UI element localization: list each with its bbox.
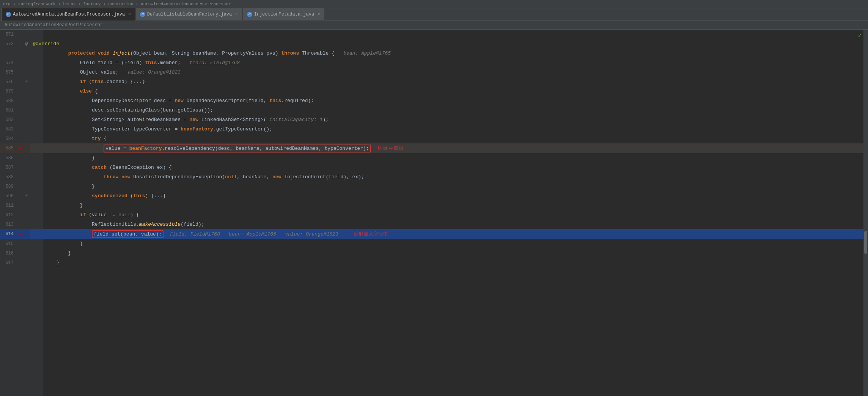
line-row: 581 desc.setContainingClass(bean.getClas…	[0, 105, 868, 115]
line-fold-cell: @	[24, 39, 30, 49]
line-marker-cell	[16, 68, 24, 77]
line-code: if (value != null) {	[30, 210, 868, 220]
checkmark-indicator: ✓	[858, 31, 862, 39]
line-marker-cell	[16, 86, 24, 96]
line-code: }	[30, 182, 868, 191]
line-row: 590 + synchronized (this) {...}	[0, 191, 868, 201]
line-num-cell: 583	[0, 124, 16, 134]
line-marker-cell	[16, 191, 24, 201]
line-marker-cell	[16, 105, 24, 115]
line-code: }	[30, 248, 868, 258]
line-marker-cell	[16, 248, 24, 258]
tab-injection[interactable]: C InjectionMetadata.java ×	[243, 8, 324, 20]
line-row: protected void inject(Object bean, Strin…	[0, 49, 868, 58]
line-code: try {	[30, 134, 868, 143]
line-num-cell: 575	[0, 68, 16, 77]
line-marker-cell	[16, 30, 24, 39]
line-fold-cell	[24, 115, 30, 124]
tab-bar: org › springframework › beans › factory …	[0, 0, 868, 20]
line-code: synchronized (this) {...}	[30, 191, 868, 201]
line-row: 586 }	[0, 153, 868, 163]
line-fold-cell: +	[24, 191, 30, 201]
close-icon[interactable]: ×	[128, 12, 131, 17]
line-num-cell: 576	[0, 77, 16, 86]
line-code: field.set(bean, value); field: Field@176…	[30, 229, 868, 239]
line-marker-cell	[16, 96, 24, 105]
line-code: Field field = (Field) this.member; field…	[30, 58, 868, 68]
line-row: 615 }	[0, 239, 868, 248]
line-row: 611 }	[0, 201, 868, 210]
line-row: 616 }	[0, 248, 868, 258]
tab-icon3: C	[247, 12, 252, 17]
line-num-cell: 613	[0, 220, 16, 229]
line-marker-cell	[16, 134, 24, 143]
line-fold-cell	[24, 58, 30, 68]
line-code: TypeConverter typeConverter = beanFactor…	[30, 124, 868, 134]
line-marker-cell	[16, 58, 24, 68]
breadcrumb-bar: AutowiredAnnotationBeanPostProcessor	[0, 20, 868, 30]
line-code: }	[30, 153, 868, 163]
line-num-cell: 579	[0, 86, 16, 96]
line-fold-cell	[24, 105, 30, 115]
line-num-cell: 615	[0, 239, 16, 248]
tab-icon2: C	[140, 12, 145, 17]
line-fold-cell: +	[24, 77, 30, 86]
line-code: }	[30, 258, 868, 267]
annotation-below: 反射放入字段中	[354, 231, 388, 237]
line-row: 573 ⬆ @ @Override	[0, 39, 868, 49]
line-num-cell: 588	[0, 172, 16, 182]
line-marker-cell	[16, 163, 24, 172]
breadcrumb-nav: org › springframework › beans › factory …	[3, 2, 231, 6]
line-code: throw new UnsatisfiedDependencyException…	[30, 172, 868, 182]
line-row: 588 throw new UnsatisfiedDependencyExcep…	[0, 172, 868, 182]
line-num-cell: 612	[0, 210, 16, 220]
annotation-right: 从 bf 中取出	[377, 145, 404, 151]
line-row: 576 + if (this.cached) {...}	[0, 77, 868, 86]
line-row: 617 }	[0, 258, 868, 267]
line-fold-cell	[24, 239, 30, 248]
line-fold-cell	[24, 172, 30, 182]
line-fold-cell	[24, 124, 30, 134]
line-fold-cell	[24, 86, 30, 96]
line-row: 584 try {	[0, 134, 868, 143]
close-icon3[interactable]: ×	[318, 12, 320, 17]
line-num-cell: 573	[0, 39, 16, 49]
debug-values: field: Field@1768 bean: Apple@1765 value…	[164, 231, 338, 237]
line-code: }	[30, 239, 868, 248]
line-marker-cell: ●	[16, 143, 24, 153]
line-code: @Override	[30, 39, 868, 49]
close-icon2[interactable]: ×	[235, 12, 238, 17]
line-code: value = beanFactory.resolveDependency(de…	[30, 143, 868, 153]
line-num-cell: 590	[0, 191, 16, 201]
tab-defaultlistable[interactable]: C DefaultListableBeanFactory.java ×	[136, 8, 242, 20]
line-code: Set<String> autowiredBeanNames = new Lin…	[30, 115, 868, 124]
line-row: 579 else {	[0, 86, 868, 96]
scrollbar-thumb[interactable]	[864, 231, 867, 254]
code-panel[interactable]: ✓ 571 573 ⬆ @ @Override	[0, 30, 868, 396]
line-num-cell: 584	[0, 134, 16, 143]
line-fold-cell	[24, 201, 30, 210]
tab-icon: C	[6, 12, 11, 17]
line-num-cell: 574	[0, 58, 16, 68]
tab-autowired[interactable]: C AutowiredAnnotationBeanPostProcessor.j…	[2, 8, 135, 20]
line-code: if (this.cached) {...}	[30, 77, 868, 86]
line-code: else {	[30, 86, 868, 96]
line-code: ReflectionUtils.makeAccessible(field);	[30, 220, 868, 229]
line-code: }	[30, 201, 868, 210]
line-num-cell: 582	[0, 115, 16, 124]
line-row: 587 catch (BeansException ex) {	[0, 163, 868, 172]
line-marker-cell	[16, 182, 24, 191]
line-fold-cell	[24, 182, 30, 191]
line-fold-cell	[24, 220, 30, 229]
line-row: 582 Set<String> autowiredBeanNames = new…	[0, 115, 868, 124]
line-num-cell: 571	[0, 30, 16, 39]
scrollbar-vertical[interactable]	[863, 30, 868, 396]
line-row: 574 Field field = (Field) this.member; f…	[0, 58, 868, 68]
line-row: 571	[0, 30, 868, 39]
line-num-cell: 611	[0, 201, 16, 210]
line-marker-cell	[16, 210, 24, 220]
editor-container: ✓ 571 573 ⬆ @ @Override	[0, 30, 868, 396]
line-num-cell: 581	[0, 105, 16, 115]
line-fold-cell	[24, 143, 30, 153]
line-row: 613 ReflectionUtils.makeAccessible(field…	[0, 220, 868, 229]
